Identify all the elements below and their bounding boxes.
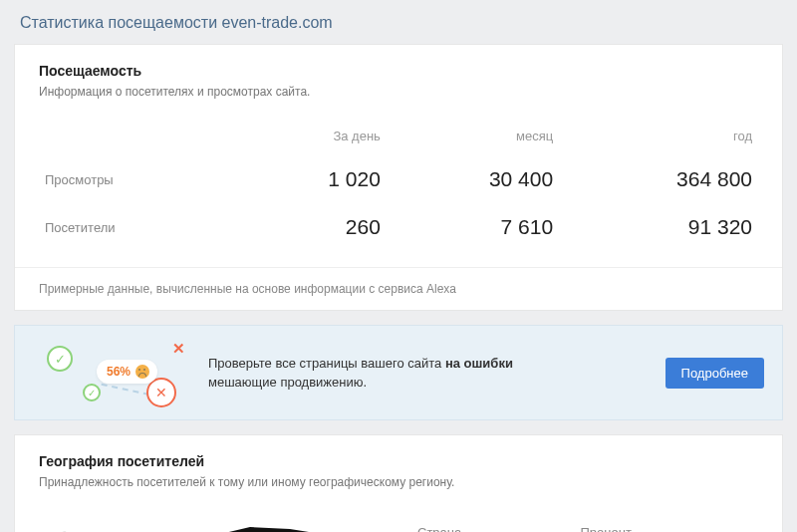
- visitors-month: 7 610: [387, 203, 559, 251]
- geo-panel: География посетителей Принадлежность пос…: [14, 434, 783, 532]
- row-label: Просмотры: [39, 155, 240, 203]
- geo-subtitle: Принадлежность посетителей к тому или ин…: [39, 475, 758, 489]
- traffic-panel: Посещаемость Информация о посетителях и …: [14, 44, 783, 311]
- percent-pill: 56%: [97, 360, 157, 384]
- col-year: год: [559, 117, 758, 155]
- traffic-footnote: Примерные данные, вычисленные на основе …: [15, 267, 782, 310]
- check-icon: [47, 346, 73, 372]
- world-map: [39, 517, 388, 532]
- table-row: Посетители 260 7 610 91 320: [39, 203, 758, 251]
- traffic-table: За день месяц год Просмотры 1 020 30 400…: [39, 117, 758, 251]
- percent-value: 56%: [107, 365, 131, 379]
- page-title: Статистика посещаемости even-trade.com: [0, 0, 797, 44]
- visitors-year: 91 320: [559, 203, 758, 251]
- errors-banner: ✕ 56% Проверьте все страницы вашего сайт…: [14, 325, 783, 420]
- traffic-heading: Посещаемость: [39, 63, 758, 79]
- geo-col-percent: Процент: [574, 517, 758, 532]
- banner-text: Проверьте все страницы вашего сайта на о…: [208, 354, 640, 393]
- col-month: месяц: [387, 117, 559, 155]
- banner-graphic: ✕ 56%: [33, 342, 182, 403]
- row-label: Посетители: [39, 203, 240, 251]
- visitors-day: 260: [240, 203, 387, 251]
- views-day: 1 020: [240, 155, 387, 203]
- geo-col-country: Страна: [411, 517, 574, 532]
- views-year: 364 800: [559, 155, 758, 203]
- details-button[interactable]: Подробнее: [665, 358, 764, 389]
- table-row: Просмотры 1 020 30 400 364 800: [39, 155, 758, 203]
- traffic-subtitle: Информация о посетителях и просмотрах са…: [39, 85, 758, 99]
- views-month: 30 400: [387, 155, 559, 203]
- col-day: За день: [240, 117, 387, 155]
- geo-table: Страна Процент Россия 100%: [411, 517, 758, 532]
- sad-face-icon: [135, 365, 149, 379]
- geo-heading: География посетителей: [39, 453, 758, 469]
- error-icon: ✕: [172, 340, 185, 358]
- check-icon: [83, 384, 101, 401]
